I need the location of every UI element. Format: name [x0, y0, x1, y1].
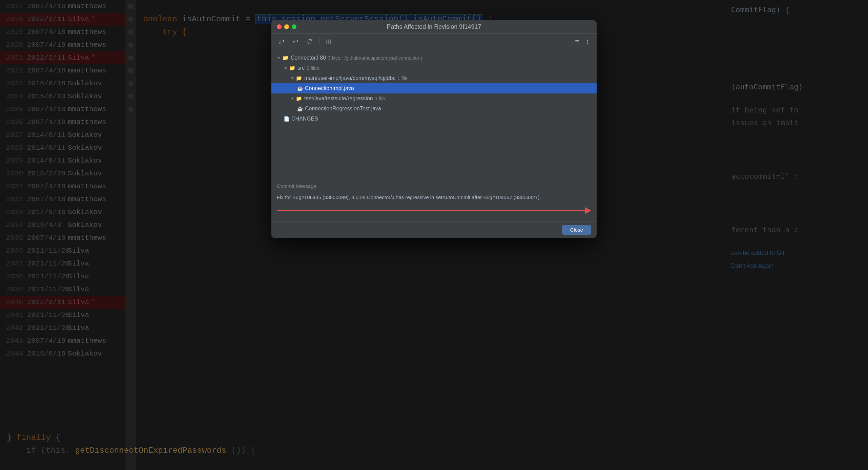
chevron-down-icon: ▼: [277, 56, 281, 60]
folder-icon: 📁: [296, 75, 302, 81]
chevron-down-icon: ▼: [284, 66, 288, 70]
folder-icon: 📁: [289, 65, 295, 71]
toolbar-separator: [319, 38, 320, 45]
tree-item-label: main/user-impl/java/com/mysql/cj/jdbc: [304, 75, 395, 81]
tree-item-meta: 2 files: [307, 65, 319, 71]
commit-section: Commit Message Fix for Bug#106435 (33850…: [271, 179, 597, 221]
dialog-title: Paths Affected in Revision 9f14917: [387, 23, 481, 30]
filter-button-1[interactable]: ≡: [573, 37, 581, 47]
swap-button[interactable]: ⇄: [277, 36, 287, 47]
chevron-down-icon: ▼: [290, 76, 294, 81]
close-traffic-light[interactable]: [277, 24, 282, 29]
traffic-lights: [277, 24, 296, 29]
tree-item-meta: 3 files ~/githubnamespace/mysql-connecto…: [328, 55, 422, 61]
maximize-traffic-light[interactable]: [292, 24, 296, 29]
arrow-head: [585, 207, 591, 214]
dialog-titlebar: Paths Affected in Revision 9f14917: [271, 20, 597, 34]
tree-item-label: ConnectionImpl.java: [305, 85, 354, 91]
java-file-icon: ☕: [297, 86, 303, 91]
tree-item-connectionimpl[interactable]: ☕ ConnectionImpl.java: [271, 83, 597, 93]
modal-overlay: Paths Affected in Revision 9f14917 ⇄ ↩ ⏱…: [0, 0, 868, 470]
dialog-footer: Close: [271, 221, 597, 238]
toolbar-right: ≡ ⫶: [573, 37, 591, 47]
minimize-traffic-light[interactable]: [284, 24, 289, 29]
tree-item-test-regression[interactable]: ▼ 📁 test/java/testsuite/regression 1 fil…: [271, 93, 597, 104]
filter-button-2[interactable]: ⫶: [584, 37, 591, 47]
folder-icon: 📁: [282, 55, 289, 61]
tree-item-connectionregressiontest[interactable]: ☕ ConnectionRegressionTest.java: [271, 104, 597, 114]
arrow-line: [277, 210, 585, 211]
tree-item-label: ConnectionRegressionTest.java: [305, 106, 381, 112]
tree-item-main-jdbc[interactable]: ▼ 📁 main/user-impl/java/com/mysql/cj/jdb…: [271, 73, 597, 83]
folder-icon: 📁: [296, 95, 302, 102]
tree-item-label: test/java/testsuite/regression: [304, 95, 373, 102]
commit-text: Fix for Bug#106435 (33850099), 8.0.28 Co…: [277, 191, 591, 204]
commit-label: Commit Message: [277, 183, 591, 189]
tree-item-meta: 1 file: [375, 96, 385, 101]
java-file-icon: ☕: [297, 106, 303, 111]
tree-item-changes[interactable]: 📄 CHANGES: [271, 114, 597, 124]
tree-item-label: CHANGES: [291, 116, 318, 122]
back-button[interactable]: ↩: [291, 36, 301, 47]
changes-file-icon: 📄: [284, 116, 289, 122]
chevron-down-icon: ▼: [290, 96, 294, 101]
close-button[interactable]: Close: [562, 225, 591, 235]
tree-item-meta: 1 file: [397, 76, 408, 81]
tree-item-label: src: [297, 65, 305, 71]
arrow-annotation: [277, 206, 591, 216]
file-tree: ▼ 📁 ConnectorJ 80 3 files ~/githubnamesp…: [271, 50, 597, 179]
tree-item-src[interactable]: ▼ 📁 src 2 files: [271, 63, 597, 73]
tree-item-connectorj[interactable]: ▼ 📁 ConnectorJ 80 3 files ~/githubnamesp…: [271, 53, 597, 63]
paths-dialog: Paths Affected in Revision 9f14917 ⇄ ↩ ⏱…: [271, 20, 597, 238]
dialog-toolbar: ⇄ ↩ ⏱ ⊞ ≡ ⫶: [271, 34, 597, 50]
red-arrow: [277, 207, 591, 214]
grid-button[interactable]: ⊞: [324, 36, 334, 47]
tree-item-label: ConnectorJ 80: [291, 55, 326, 61]
history-button[interactable]: ⏱: [305, 37, 315, 47]
